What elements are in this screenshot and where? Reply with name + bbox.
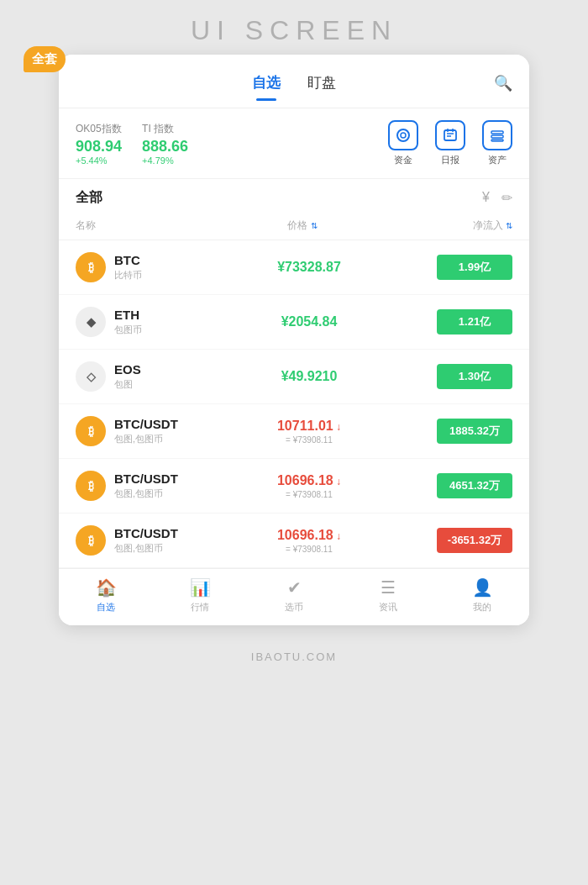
action-zijin[interactable]: 资金	[388, 120, 418, 166]
coin-symbol: BTC	[114, 253, 198, 267]
coin-logo: ₿	[76, 525, 106, 556]
bottom-nav-icon: 🏠	[96, 577, 117, 598]
index-ok05-change: +5.44%	[76, 155, 122, 166]
bottom-nav-item-选币[interactable]: ✔ 选币	[247, 577, 341, 614]
svg-point-0	[397, 129, 409, 141]
bottom-nav-icon: 👤	[472, 577, 493, 598]
page-title: UI SCREEN	[0, 15, 588, 46]
coin-price: 10711.01 ↓ = ¥73908.11	[198, 419, 420, 445]
coin-symbol: BTC/USDT	[114, 471, 198, 486]
edit-icon[interactable]: ✏	[501, 190, 512, 206]
index-ti: TI 指数 888.66 +4.79%	[142, 122, 188, 166]
flow-badge: 1.21亿	[437, 309, 512, 335]
price-sort-icon[interactable]: ⇅	[311, 221, 318, 230]
currency-icon[interactable]: ¥	[482, 190, 490, 206]
th-flow: 净流入 ⇅	[412, 219, 512, 233]
action-ribao[interactable]: 日报	[435, 120, 465, 166]
coin-flow: 1.99亿	[420, 255, 512, 280]
index-ok05-value: 908.94	[76, 138, 122, 155]
action-zichan[interactable]: 资产	[482, 120, 512, 166]
coin-row[interactable]: ₿ BTC/USDT 包图,包图币 10711.01 ↓ = ¥73908.11…	[59, 404, 529, 459]
coin-price: ¥49.9210	[198, 369, 420, 384]
coin-info: EOS 包图	[114, 362, 198, 391]
coin-price: 10696.18 ↓ = ¥73908.11	[198, 528, 420, 554]
section-header: 全部 ¥ ✏	[59, 179, 529, 213]
zichan-icon	[482, 120, 512, 150]
bottom-nav-icon: ✔	[287, 577, 302, 598]
bottom-nav-label: 资讯	[379, 601, 397, 614]
bottom-nav-item-自选[interactable]: 🏠 自选	[59, 577, 153, 614]
flow-badge: 1.99亿	[437, 255, 512, 280]
table-header: 名称 价格 ⇅ 净流入 ⇅	[59, 213, 529, 240]
section-title: 全部	[76, 189, 102, 207]
coin-price-main: 10696.18 ↓	[198, 473, 420, 488]
coin-flow: 4651.32万	[420, 473, 512, 498]
index-ok05-name: OK05指数	[76, 122, 122, 136]
phone-frame: 自选 盯盘 🔍 OK05指数 908.94 +5.44% TI 指数 888.6…	[59, 55, 529, 625]
coin-name: 包图,包图币	[114, 487, 198, 500]
coin-symbol: BTC/USDT	[114, 526, 198, 540]
coin-price-main: ¥73328.87	[198, 260, 420, 275]
coin-name: 包图	[114, 378, 198, 391]
coin-symbol: ETH	[114, 308, 198, 322]
coin-price: ¥73328.87	[198, 260, 420, 275]
coin-info: ETH 包图币	[114, 308, 198, 336]
bottom-nav-icon: ☰	[381, 577, 396, 598]
section-actions: ¥ ✏	[482, 190, 512, 206]
coin-price: 10696.18 ↓ = ¥73908.11	[198, 473, 420, 499]
coin-symbol: EOS	[114, 362, 198, 377]
coin-logo: ◇	[76, 361, 106, 392]
flow-badge: 4651.32万	[437, 473, 512, 498]
coin-logo: ₿	[76, 252, 106, 282]
coin-row[interactable]: ◇ EOS 包图 ¥49.9210 1.30亿	[59, 350, 529, 404]
coin-price-main: 10696.18 ↓	[198, 528, 420, 543]
coin-logo: ₿	[76, 416, 106, 446]
coin-name: 比特币	[114, 269, 198, 282]
coin-price-sub: = ¥73908.11	[198, 435, 420, 445]
bottom-nav-label: 选币	[285, 601, 303, 614]
bottom-nav-item-行情[interactable]: 📊 行情	[153, 577, 247, 614]
coin-flow: 1.30亿	[420, 364, 512, 389]
price-arrow-icon: ↓	[333, 530, 341, 542]
coin-name: 包图,包图币	[114, 433, 198, 445]
index-ti-name: TI 指数	[142, 122, 188, 136]
bottom-nav-item-我的[interactable]: 👤 我的	[435, 577, 529, 614]
top-nav: 自选 盯盘 🔍	[59, 55, 529, 99]
coin-row[interactable]: ₿ BTC 比特币 ¥73328.87 1.99亿	[59, 240, 529, 295]
index-ti-change: +4.79%	[142, 155, 188, 166]
action-zichan-label: 资产	[488, 154, 507, 166]
coin-info: BTC/USDT 包图,包图币	[114, 526, 198, 555]
svg-rect-2	[444, 130, 456, 140]
bottom-nav-item-资讯[interactable]: ☰ 资讯	[341, 577, 435, 614]
coin-name: 包图币	[114, 324, 198, 336]
coin-logo: ₿	[76, 471, 106, 501]
zijin-icon	[388, 120, 418, 150]
coin-price-main: ¥2054.84	[198, 314, 420, 329]
action-ribao-label: 日报	[441, 154, 459, 166]
coin-info: BTC/USDT 包图,包图币	[114, 471, 198, 500]
coin-info: BTC 比特币	[114, 253, 198, 282]
nav-tab-dingpan[interactable]: 盯盘	[294, 66, 349, 99]
coin-price-main: 10711.01 ↓	[198, 419, 420, 434]
action-zijin-label: 资金	[394, 154, 412, 166]
coin-price-sub: = ¥73908.11	[198, 490, 420, 499]
index-ti-value: 888.66	[142, 138, 188, 155]
index-bar: OK05指数 908.94 +5.44% TI 指数 888.66 +4.79%…	[59, 108, 529, 179]
flow-sort-icon[interactable]: ⇅	[506, 221, 512, 230]
th-name: 名称	[76, 219, 193, 233]
bottom-nav-label: 自选	[97, 601, 115, 614]
svg-rect-7	[491, 131, 503, 134]
svg-point-1	[401, 133, 406, 138]
bottom-nav-label: 我的	[473, 601, 491, 614]
coin-row[interactable]: ₿ BTC/USDT 包图,包图币 10696.18 ↓ = ¥73908.11…	[59, 459, 529, 514]
coin-row[interactable]: ₿ BTC/USDT 包图,包图币 10696.18 ↓ = ¥73908.11…	[59, 514, 529, 568]
nav-tab-zixuan[interactable]: 自选	[239, 66, 294, 99]
footer: IBAOTU.COM	[251, 651, 337, 663]
coin-flow: 1.21亿	[420, 309, 512, 335]
search-icon[interactable]: 🔍	[494, 74, 512, 92]
coin-info: BTC/USDT 包图,包图币	[114, 417, 198, 445]
coin-flow: 1885.32万	[420, 419, 512, 444]
coin-price-sub: = ¥73908.11	[198, 545, 420, 554]
coin-row[interactable]: ◆ ETH 包图币 ¥2054.84 1.21亿	[59, 295, 529, 350]
flow-badge: -3651.32万	[437, 528, 512, 553]
